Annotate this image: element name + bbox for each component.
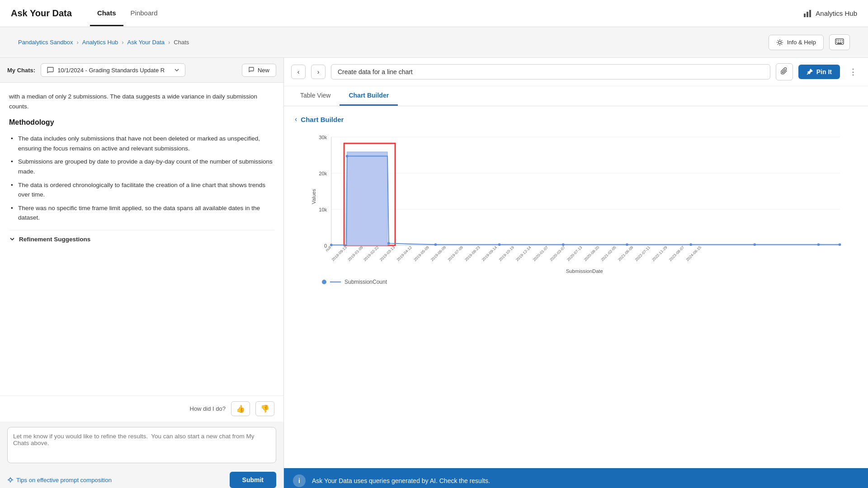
list-item: The data includes only submissions that … [9, 132, 274, 155]
chat-content: with a median of only 2 submissions. The… [0, 83, 283, 395]
submit-button[interactable]: Submit [230, 472, 276, 488]
list-item: Submissions are grouped by date to provi… [9, 155, 274, 178]
methodology-list: The data includes only submissions that … [9, 132, 274, 225]
feedback-row: How did I do? 👍 👎 [0, 395, 283, 422]
svg-text:2020-01-07: 2020-01-07 [532, 245, 549, 262]
svg-rect-0 [804, 14, 806, 17]
svg-point-3 [778, 41, 781, 44]
query-input[interactable] [331, 64, 770, 80]
chevron-down-icon [9, 236, 15, 242]
svg-rect-2 [809, 10, 811, 17]
breadcrumb: Pandalytics Sandbox › Analytics Hub › As… [18, 39, 189, 46]
chart-builder-back[interactable]: ‹ [295, 115, 297, 123]
right-toolbar: ‹ › Pin It ⋮ [284, 58, 868, 86]
svg-text:10k: 10k [319, 207, 327, 212]
svg-rect-9 [836, 42, 837, 43]
my-chats-label: My Chats: [7, 67, 35, 74]
svg-text:2018-09-13: 2018-09-13 [330, 245, 348, 262]
keyboard-button[interactable] [829, 34, 850, 50]
svg-point-32 [498, 243, 501, 246]
svg-text:2019-07-09: 2019-07-09 [447, 245, 464, 262]
svg-rect-10 [838, 42, 839, 43]
svg-text:2020-03-07: 2020-03-07 [549, 245, 566, 262]
svg-rect-1 [807, 12, 808, 17]
svg-point-34 [626, 243, 628, 246]
svg-rect-13 [837, 43, 842, 44]
my-chats-bar: My Chats: 10/1/2024 - Grading Standards … [0, 58, 283, 83]
sparkle-icon [7, 477, 14, 483]
tips-link[interactable]: Tips on effective prompt composition [7, 477, 112, 483]
keyboard-icon [835, 38, 844, 45]
svg-text:2019-02-22: 2019-02-22 [363, 245, 380, 262]
svg-rect-5 [836, 40, 837, 41]
breadcrumb-ask-your-data[interactable]: Ask Your Data [127, 39, 165, 46]
svg-text:2019-03-13: 2019-03-13 [379, 245, 396, 262]
info-help-button[interactable]: Info & Help [769, 35, 824, 50]
breadcrumb-pandalytics[interactable]: Pandalytics Sandbox [18, 39, 73, 46]
nav-tab-pinboard[interactable]: Pinboard [123, 1, 165, 26]
svg-rect-11 [840, 42, 841, 43]
svg-point-35 [689, 243, 692, 246]
svg-point-30 [387, 242, 390, 245]
breadcrumb-analytics-hub[interactable]: Analytics Hub [82, 39, 118, 46]
ai-notice-text: Ask Your Data uses queries generated by … [312, 477, 490, 484]
legend-line [330, 282, 341, 282]
svg-point-38 [839, 243, 841, 246]
svg-text:30k: 30k [319, 135, 327, 140]
nav-tab-chats[interactable]: Chats [90, 1, 123, 26]
back-arrow-button[interactable]: ‹ [291, 65, 306, 79]
chat-textarea[interactable] [7, 427, 276, 463]
top-nav-right: Analytics Hub [803, 9, 857, 18]
chat-bottom-bar: Tips on effective prompt composition Sub… [0, 468, 283, 488]
svg-point-37 [817, 243, 820, 246]
legend-dot [322, 280, 326, 284]
chevron-down-icon [174, 67, 179, 73]
breadcrumb-chats: Chats [174, 39, 189, 46]
breadcrumb-bar: Pandalytics Sandbox › Analytics Hub › As… [0, 27, 868, 58]
chat-selector[interactable]: 10/1/2024 - Grading Standards Update R [41, 63, 185, 77]
chat-body-text: with a median of only 2 submissions. The… [9, 92, 274, 111]
svg-rect-6 [838, 40, 839, 41]
svg-text:2019-06-09: 2019-06-09 [430, 245, 447, 262]
analytics-hub-button[interactable]: Analytics Hub [803, 9, 857, 18]
tab-table-view[interactable]: Table View [291, 86, 340, 106]
legend-label: SubmissionCount [344, 279, 387, 285]
thumbs-down-button[interactable]: 👎 [255, 401, 274, 416]
submit-label: Submit [242, 476, 264, 483]
nav-tabs: Chats Pinboard [90, 1, 165, 26]
top-nav: Ask Your Data Chats Pinboard Analytics H… [0, 0, 868, 27]
methodology-title: Methodology [9, 118, 274, 127]
new-chat-button[interactable]: New [242, 64, 276, 77]
chart-builder-title: Chart Builder [301, 116, 344, 123]
tab-chart-builder[interactable]: Chart Builder [340, 86, 398, 106]
breadcrumb-sep-2: › [122, 39, 123, 46]
svg-text:20k: 20k [319, 171, 327, 176]
svg-text:2019-09-14: 2019-09-14 [481, 245, 498, 262]
svg-rect-27 [347, 152, 387, 245]
main-content: My Chats: 10/1/2024 - Grading Standards … [0, 58, 868, 488]
svg-text:2022-07-11: 2022-07-11 [634, 245, 651, 262]
pin-icon [807, 69, 813, 75]
chart-container: 30k 20k 10k 0 Values [295, 131, 857, 275]
refinement-section[interactable]: Refinement Suggestions [9, 230, 274, 248]
svg-point-31 [434, 243, 437, 246]
more-options-button[interactable]: ⋮ [845, 65, 861, 79]
chat-new-icon [249, 67, 255, 73]
breadcrumb-actions: Info & Help [769, 34, 850, 50]
svg-point-14 [9, 479, 12, 481]
right-panel: ‹ › Pin It ⋮ Table View Chart Builder [284, 58, 868, 488]
svg-text:2022-11-29: 2022-11-29 [651, 245, 668, 262]
chat-icon [47, 66, 54, 74]
info-help-label: Info & Help [787, 39, 816, 46]
new-button-label: New [258, 67, 269, 74]
attach-button[interactable] [776, 63, 793, 80]
thumbs-up-button[interactable]: 👍 [231, 401, 250, 416]
tips-label: Tips on effective prompt composition [16, 477, 112, 483]
svg-text:2021-02-05: 2021-02-05 [600, 245, 617, 262]
view-tabs: Table View Chart Builder [284, 86, 868, 106]
pin-it-button[interactable]: Pin It [798, 65, 840, 79]
ai-notice: i Ask Your Data uses queries generated b… [284, 468, 868, 488]
forward-arrow-button[interactable]: › [311, 65, 326, 79]
svg-point-36 [753, 243, 756, 246]
svg-point-29 [346, 155, 349, 158]
